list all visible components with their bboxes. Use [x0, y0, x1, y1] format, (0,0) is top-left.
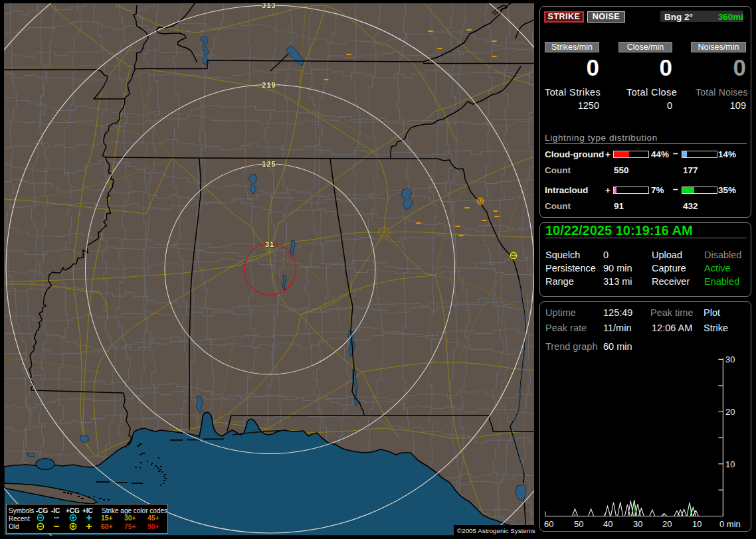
- svg-text:125: 125: [262, 160, 276, 168]
- svg-text:219: 219: [262, 81, 276, 89]
- svg-text:313: 313: [262, 3, 276, 9]
- svg-text:31: 31: [265, 240, 274, 248]
